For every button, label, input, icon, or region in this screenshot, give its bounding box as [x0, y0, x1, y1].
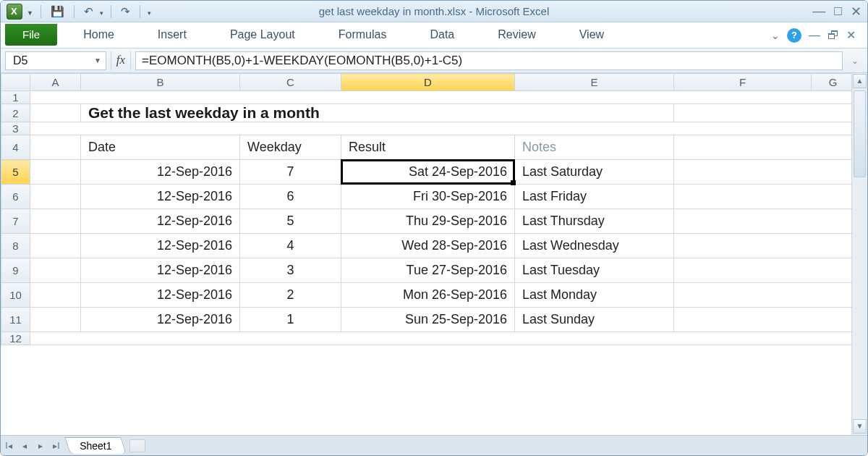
- col-header-F[interactable]: F: [674, 74, 812, 91]
- worksheet-area: A B C D E F G 1 2 Get the last weekday i…: [1, 73, 867, 435]
- cell-B8[interactable]: 12-Sep-2016: [81, 234, 240, 258]
- sheet-nav-first[interactable]: I◂: [1, 441, 17, 451]
- cell-B11[interactable]: 12-Sep-2016: [81, 308, 240, 332]
- cell-E10[interactable]: Last Monday: [515, 283, 674, 308]
- new-sheet-button[interactable]: [129, 439, 145, 452]
- cell-E9[interactable]: Last Tuesday: [515, 258, 674, 283]
- sheet-nav-prev[interactable]: ◂: [17, 441, 33, 451]
- window-restore-icon[interactable]: 🗗: [827, 29, 839, 42]
- cell-D11[interactable]: Sun 25-Sep-2016: [341, 308, 515, 332]
- header-weekday[interactable]: Weekday: [240, 135, 341, 160]
- tab-review[interactable]: Review: [476, 22, 557, 48]
- qat-more-icon[interactable]: ▾: [148, 7, 151, 17]
- tab-file[interactable]: File: [5, 24, 57, 46]
- undo-dropdown-icon[interactable]: ▾: [100, 7, 103, 17]
- cell-B7[interactable]: 12-Sep-2016: [81, 209, 240, 234]
- formula-bar: D5 ▼ fx =EOMONTH(B5,0)+1-WEEKDAY(EOMONTH…: [1, 48, 867, 73]
- header-notes[interactable]: Notes: [515, 135, 674, 160]
- window-close-icon[interactable]: ✕: [846, 28, 856, 42]
- formula-input[interactable]: =EOMONTH(B5,0)+1-WEEKDAY(EOMONTH(B5,0)+1…: [135, 51, 843, 70]
- cell-C10[interactable]: 2: [240, 283, 341, 308]
- header-result[interactable]: Result: [341, 135, 515, 160]
- ribbon-tabs: File Home Insert Page Layout Formulas Da…: [1, 22, 867, 48]
- col-header-B[interactable]: B: [81, 74, 240, 91]
- cell-C8[interactable]: 4: [240, 234, 341, 258]
- row-header-8[interactable]: 8: [1, 234, 30, 258]
- cell-D10[interactable]: Mon 26-Sep-2016: [341, 283, 515, 308]
- select-all-corner[interactable]: [1, 74, 30, 91]
- spreadsheet-grid[interactable]: A B C D E F G 1 2 Get the last weekday i…: [1, 73, 855, 345]
- cell-D6[interactable]: Fri 30-Sep-2016: [341, 185, 515, 209]
- cell-D5[interactable]: Sat 24-Sep-2016: [341, 160, 515, 185]
- name-box-value: D5: [13, 54, 27, 67]
- cell-B9[interactable]: 12-Sep-2016: [81, 258, 240, 283]
- tab-view[interactable]: View: [558, 22, 626, 48]
- tab-data[interactable]: Data: [408, 22, 476, 48]
- col-header-E[interactable]: E: [515, 74, 674, 91]
- redo-button[interactable]: ↷: [119, 5, 132, 18]
- window-minimize-icon[interactable]: —: [809, 29, 820, 42]
- scroll-up-button[interactable]: ▲: [853, 74, 867, 88]
- qat-customize-icon[interactable]: ▼: [27, 7, 33, 17]
- tab-page-layout[interactable]: Page Layout: [208, 22, 317, 48]
- name-box[interactable]: D5 ▼: [5, 51, 106, 70]
- save-button[interactable]: 💾: [48, 5, 67, 18]
- row-header-10[interactable]: 10: [1, 283, 30, 308]
- scroll-down-button[interactable]: ▼: [853, 419, 867, 434]
- cell-D8[interactable]: Wed 28-Sep-2016: [341, 234, 515, 258]
- scroll-thumb[interactable]: [854, 90, 866, 177]
- row-header-1[interactable]: 1: [1, 91, 30, 104]
- tab-formulas[interactable]: Formulas: [317, 22, 409, 48]
- cell-D5-value: Sat 24-Sep-2016: [409, 164, 507, 179]
- row-header-9[interactable]: 9: [1, 258, 30, 283]
- cell-E8[interactable]: Last Wednesday: [515, 234, 674, 258]
- row-header-4[interactable]: 4: [1, 135, 30, 160]
- excel-icon: [7, 4, 22, 20]
- help-icon[interactable]: ?: [787, 28, 801, 43]
- tab-insert[interactable]: Insert: [136, 22, 208, 48]
- row-header-11[interactable]: 11: [1, 308, 30, 332]
- cell-E11[interactable]: Last Sunday: [515, 308, 674, 332]
- cell-B10[interactable]: 12-Sep-2016: [81, 283, 240, 308]
- row-header-5[interactable]: 5: [1, 160, 30, 185]
- cell-B5[interactable]: 12-Sep-2016: [81, 160, 240, 185]
- quick-access-toolbar: ▼ 💾 ↶ ▾ ↷ ▾: [1, 4, 151, 20]
- tab-home[interactable]: Home: [61, 22, 136, 48]
- undo-button[interactable]: ↶: [82, 5, 95, 18]
- col-header-G[interactable]: G: [812, 74, 855, 91]
- cell-C6[interactable]: 6: [240, 185, 341, 209]
- close-button[interactable]: ✕: [851, 4, 861, 20]
- col-header-D[interactable]: D: [341, 74, 515, 91]
- cell-B6[interactable]: 12-Sep-2016: [81, 185, 240, 209]
- cell-D9[interactable]: Tue 27-Sep-2016: [341, 258, 515, 283]
- ribbon-minimize-icon[interactable]: ⌄: [771, 30, 780, 41]
- vertical-scrollbar[interactable]: ▲ ▼: [851, 73, 867, 435]
- cell-C5[interactable]: 7: [240, 160, 341, 185]
- cell-C7[interactable]: 5: [240, 209, 341, 234]
- sheet-title[interactable]: Get the last weekday in a month: [81, 104, 674, 122]
- column-headers: A B C D E F G: [1, 74, 855, 91]
- row-header-7[interactable]: 7: [1, 209, 30, 234]
- title-bar: ▼ 💾 ↶ ▾ ↷ ▾ get last weekday in month.xl…: [1, 1, 867, 22]
- cell-C11[interactable]: 1: [240, 308, 341, 332]
- cell-E7[interactable]: Last Thursday: [515, 209, 674, 234]
- cell-E6[interactable]: Last Friday: [515, 185, 674, 209]
- sheet-tab-sheet1[interactable]: Sheet1: [64, 437, 127, 454]
- fx-icon[interactable]: fx: [111, 51, 131, 70]
- maximize-button[interactable]: □: [834, 4, 842, 20]
- cell-D7[interactable]: Thu 29-Sep-2016: [341, 209, 515, 234]
- cell-C9[interactable]: 3: [240, 258, 341, 283]
- row-header-6[interactable]: 6: [1, 185, 30, 209]
- col-header-A[interactable]: A: [30, 74, 81, 91]
- formula-expand-icon[interactable]: ⌄: [847, 56, 863, 66]
- header-date[interactable]: Date: [81, 135, 240, 160]
- name-box-dropdown-icon[interactable]: ▼: [94, 56, 101, 64]
- cell-E5[interactable]: Last Saturday: [515, 160, 674, 185]
- sheet-nav-last[interactable]: ▸I: [48, 441, 64, 451]
- col-header-C[interactable]: C: [240, 74, 341, 91]
- row-header-3[interactable]: 3: [1, 122, 30, 135]
- minimize-button[interactable]: —: [812, 4, 825, 20]
- row-header-2[interactable]: 2: [1, 104, 30, 122]
- sheet-nav-next[interactable]: ▸: [33, 441, 48, 451]
- row-header-12[interactable]: 12: [1, 332, 30, 345]
